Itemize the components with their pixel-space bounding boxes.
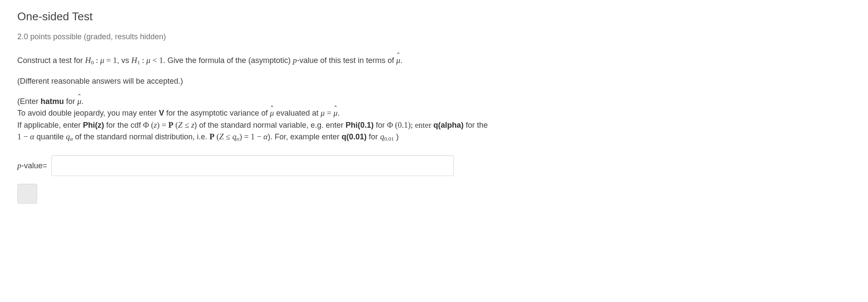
prompt-construct-test: Construct a test for H0 : μ = 1, vs H1 :…	[17, 54, 851, 67]
p-value-input[interactable]	[51, 155, 454, 176]
answer-label: p-value=	[17, 160, 47, 171]
mu-hat: μ	[396, 54, 400, 66]
input-instructions: (Enter hatmu for μ. To avoid double jeop…	[17, 95, 851, 143]
submit-button[interactable]	[17, 184, 37, 204]
note-accepted-answers: (Different reasonable answers will be ac…	[17, 76, 851, 87]
answer-row: p-value=	[17, 155, 851, 176]
problem-title: One-sided Test	[17, 9, 851, 25]
points-possible: 2.0 points possible (graded, results hid…	[17, 31, 851, 42]
